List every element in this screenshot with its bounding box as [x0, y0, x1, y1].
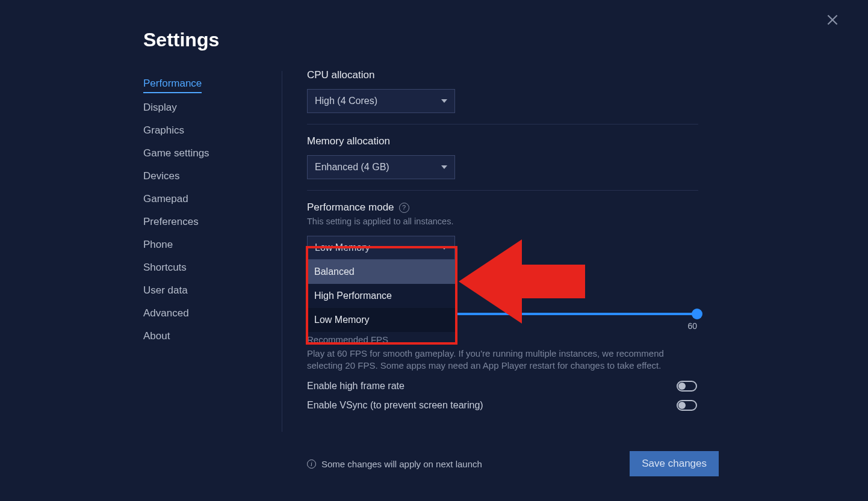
- sidebar-item-display[interactable]: Display: [143, 96, 276, 119]
- memory-section: Memory allocation Enhanced (4 GB): [307, 135, 698, 191]
- high-frame-toggle[interactable]: [677, 381, 697, 392]
- vsync-toggle[interactable]: [677, 400, 697, 411]
- footer: i Some changes will apply on next launch…: [307, 451, 719, 476]
- settings-main: CPU allocation High (4 Cores) Memory all…: [307, 69, 698, 422]
- vsync-row: Enable VSync (to prevent screen tearing): [307, 400, 697, 411]
- memory-label: Memory allocation: [307, 135, 698, 147]
- help-icon[interactable]: ?: [399, 203, 409, 213]
- perf-mode-label: Performance mode: [307, 201, 394, 214]
- perf-mode-option-low-memory[interactable]: Low Memory: [307, 308, 455, 332]
- sidebar-item-shortcuts[interactable]: Shortcuts: [143, 256, 276, 279]
- recommended-fps-body: Play at 60 FPS for smooth gameplay. If y…: [307, 348, 692, 372]
- sidebar-item-performance[interactable]: Performance: [143, 72, 202, 93]
- perf-mode-select-value: Low Memory: [315, 242, 370, 253]
- high-frame-row: Enable high frame rate: [307, 381, 697, 392]
- save-changes-button[interactable]: Save changes: [630, 451, 719, 476]
- perf-mode-sub: This setting is applied to all instances…: [307, 217, 698, 226]
- recommended-fps-heading: Recommended FPS: [307, 334, 698, 345]
- perf-mode-option-high-performance[interactable]: High Performance: [307, 284, 455, 308]
- info-icon: i: [307, 460, 316, 469]
- perf-mode-section: Performance mode ? This setting is appli…: [307, 201, 698, 411]
- page-title: Settings: [143, 29, 219, 51]
- sidebar-item-game-settings[interactable]: Game settings: [143, 142, 276, 165]
- sidebar-item-preferences[interactable]: Preferences: [143, 211, 276, 233]
- caret-down-icon: [441, 246, 447, 250]
- cpu-select-value: High (4 Cores): [315, 96, 377, 106]
- perf-mode-select[interactable]: Low Memory: [307, 236, 455, 260]
- sidebar-item-graphics[interactable]: Graphics: [143, 119, 276, 142]
- caret-down-icon: [441, 99, 447, 103]
- sidebar-item-advanced[interactable]: Advanced: [143, 302, 276, 325]
- cpu-section: CPU allocation High (4 Cores): [307, 69, 698, 124]
- memory-select-value: Enhanced (4 GB): [315, 162, 389, 173]
- vertical-divider: [282, 71, 282, 432]
- close-button[interactable]: [825, 12, 840, 28]
- footer-info: i Some changes will apply on next launch: [307, 459, 482, 469]
- memory-select[interactable]: Enhanced (4 GB): [307, 155, 455, 179]
- sidebar-item-gamepad[interactable]: Gamepad: [143, 188, 276, 211]
- settings-sidebar: Performance Display Graphics Game settin…: [143, 72, 276, 348]
- sidebar-item-about[interactable]: About: [143, 325, 276, 348]
- caret-down-icon: [441, 165, 447, 169]
- cpu-select[interactable]: High (4 Cores): [307, 89, 455, 113]
- fps-slider-max: 60: [687, 321, 697, 331]
- perf-mode-option-balanced[interactable]: Balanced: [307, 260, 455, 284]
- high-frame-label: Enable high frame rate: [307, 381, 405, 392]
- cpu-label: CPU allocation: [307, 69, 698, 81]
- sidebar-item-phone[interactable]: Phone: [143, 233, 276, 256]
- sidebar-item-user-data[interactable]: User data: [143, 279, 276, 302]
- sidebar-item-devices[interactable]: Devices: [143, 165, 276, 188]
- perf-mode-dropdown: Balanced High Performance Low Memory: [307, 260, 455, 332]
- vsync-label: Enable VSync (to prevent screen tearing): [307, 400, 483, 411]
- footer-info-text: Some changes will apply on next launch: [321, 459, 482, 469]
- close-icon: [825, 12, 840, 28]
- fps-slider-thumb[interactable]: [692, 309, 702, 319]
- perf-mode-label-row: Performance mode ?: [307, 201, 698, 214]
